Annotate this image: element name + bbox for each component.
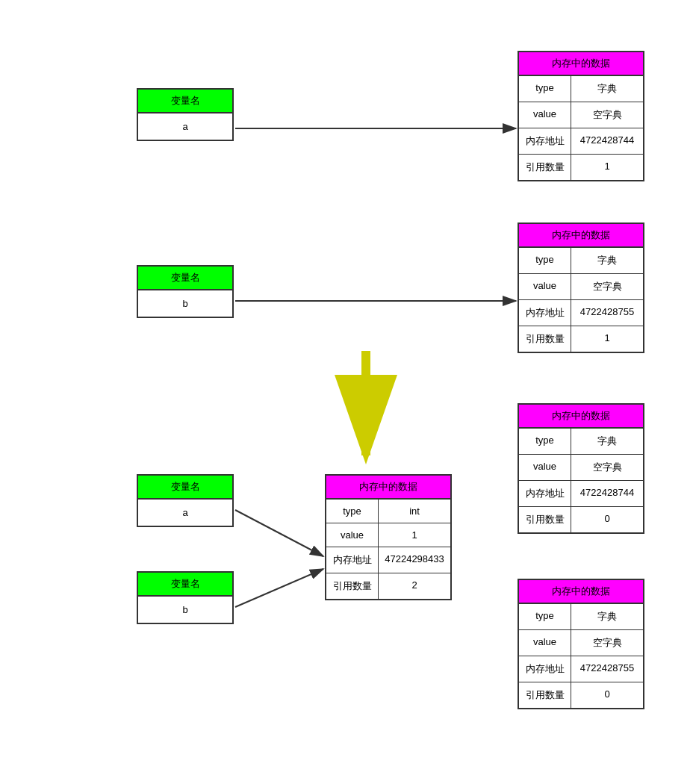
section3-mem-int-header: 内存中的数据: [326, 476, 450, 500]
mem-row: 引用数量 0: [519, 507, 643, 532]
mem-val-ref: 0: [571, 682, 643, 708]
mem-key-type: type: [519, 248, 571, 273]
mem-val-type: 字典: [571, 604, 643, 629]
section3-var-b: 变量名 b: [137, 571, 234, 624]
mem-row: 内存地址 47224298433: [326, 547, 450, 573]
section3-mem-a: 内存中的数据 type 字典 value 空字典 内存地址 4722428744…: [518, 403, 644, 534]
mem-val-ref: 1: [571, 326, 643, 352]
section2-var-b-header: 变量名: [138, 267, 232, 290]
mem-row: 引用数量 0: [519, 682, 643, 708]
section3-var-b-value: b: [138, 597, 232, 623]
mem-key-addr: 内存地址: [519, 481, 571, 506]
mem-row: 内存地址 4722428755: [519, 656, 643, 682]
section1-var-a-value: a: [138, 113, 232, 140]
mem-val-type: 字典: [571, 429, 643, 454]
mem-row: value 空字典: [519, 274, 643, 300]
svg-line-6: [235, 569, 323, 607]
mem-key-type: type: [326, 500, 379, 523]
mem-key-value: value: [519, 274, 571, 299]
mem-row: value 空字典: [519, 630, 643, 656]
section1-var-a-header: 变量名: [138, 90, 232, 113]
mem-row: value 1: [326, 523, 450, 547]
mem-row: 引用数量 1: [519, 155, 643, 180]
mem-val-ref: 1: [571, 155, 643, 180]
mem-key-type: type: [519, 604, 571, 629]
mem-key-addr: 内存地址: [326, 547, 379, 573]
mem-row: type 字典: [519, 604, 643, 630]
mem-key-value: value: [326, 523, 379, 547]
mem-val-type: int: [379, 500, 450, 523]
mem-row: 内存地址 4722428755: [519, 300, 643, 326]
mem-val-addr: 47224298433: [379, 547, 450, 573]
mem-row: type int: [326, 500, 450, 523]
svg-line-5: [235, 510, 323, 556]
mem-key-ref: 引用数量: [519, 507, 571, 532]
section1-mem-table: 内存中的数据 type 字典 value 空字典 内存地址 4722428744…: [518, 51, 644, 181]
mem-val-value: 1: [379, 523, 450, 547]
mem-row: type 字典: [519, 429, 643, 455]
mem-val-addr: 4722428755: [571, 656, 643, 682]
mem-row: type 字典: [519, 76, 643, 102]
mem-val-addr: 4722428755: [571, 300, 643, 326]
mem-row: value 空字典: [519, 455, 643, 481]
mem-key-type: type: [519, 429, 571, 454]
mem-key-ref: 引用数量: [519, 326, 571, 352]
mem-key-addr: 内存地址: [519, 656, 571, 682]
section3-var-b-header: 变量名: [138, 573, 232, 597]
mem-key-type: type: [519, 76, 571, 102]
section3-mem-b-header: 内存中的数据: [519, 580, 643, 604]
mem-val-ref: 0: [571, 507, 643, 532]
mem-val-value: 空字典: [571, 102, 643, 128]
mem-row: 引用数量 1: [519, 326, 643, 352]
mem-val-value: 空字典: [571, 455, 643, 480]
mem-row: 内存地址 4722428744: [519, 128, 643, 155]
mem-val-value: 空字典: [571, 630, 643, 656]
section2-var-b: 变量名 b: [137, 265, 234, 318]
mem-val-type: 字典: [571, 248, 643, 273]
mem-key-value: value: [519, 630, 571, 656]
mem-key-ref: 引用数量: [519, 682, 571, 708]
mem-val-type: 字典: [571, 76, 643, 102]
mem-key-addr: 内存地址: [519, 300, 571, 326]
mem-key-addr: 内存地址: [519, 128, 571, 154]
section1-mem-header: 内存中的数据: [519, 52, 643, 76]
section3-mem-int: 内存中的数据 type int value 1 内存地址 47224298433…: [325, 474, 452, 600]
mem-row: value 空字典: [519, 102, 643, 128]
mem-val-addr: 4722428744: [571, 128, 643, 154]
section3-var-a-value: a: [138, 500, 232, 526]
mem-val-addr: 4722428744: [571, 481, 643, 506]
section3-var-a: 变量名 a: [137, 474, 234, 527]
mem-row: 引用数量 2: [326, 573, 450, 599]
mem-key-ref: 引用数量: [326, 573, 379, 599]
mem-val-ref: 2: [379, 573, 450, 599]
section2-mem-table: 内存中的数据 type 字典 value 空字典 内存地址 4722428755…: [518, 223, 644, 353]
section2-mem-header: 内存中的数据: [519, 224, 643, 248]
mem-row: type 字典: [519, 248, 643, 274]
mem-key-value: value: [519, 455, 571, 480]
section2-var-b-value: b: [138, 290, 232, 317]
section3-var-a-header: 变量名: [138, 476, 232, 500]
mem-row: 内存地址 4722428744: [519, 481, 643, 507]
section3-mem-b: 内存中的数据 type 字典 value 空字典 内存地址 4722428755…: [518, 579, 644, 709]
canvas: 变量名 a 内存中的数据 type 字典 value 空字典 内存地址 4722…: [0, 0, 693, 784]
section1-var-a: 变量名 a: [137, 88, 234, 141]
mem-val-value: 空字典: [571, 274, 643, 299]
section3-mem-a-header: 内存中的数据: [519, 405, 643, 429]
mem-key-value: value: [519, 102, 571, 128]
mem-key-ref: 引用数量: [519, 155, 571, 180]
